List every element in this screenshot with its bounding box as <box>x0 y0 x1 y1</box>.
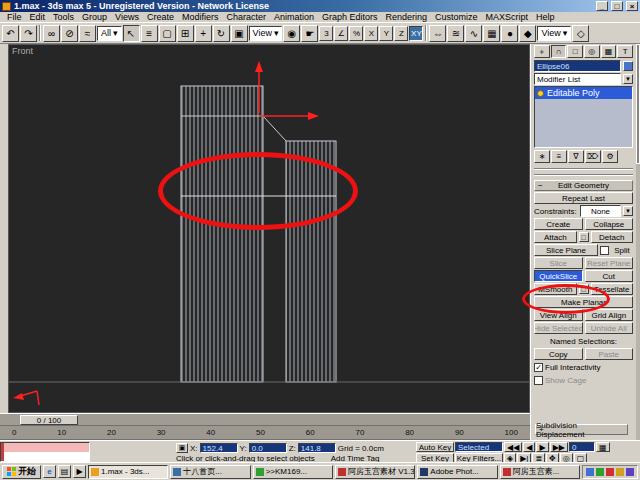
taskbar-item-3dsmax[interactable]: 1.max - 3ds... <box>88 465 168 479</box>
undo-icon[interactable]: ↶ <box>2 25 19 42</box>
minimize-button[interactable]: _ <box>596 1 608 11</box>
full-interactivity-checkbox[interactable]: ✓ <box>534 363 543 372</box>
object-name-field[interactable]: Ellipse06 <box>534 60 621 72</box>
curve-editor-icon[interactable]: ∿ <box>465 25 482 42</box>
tray-icon-1[interactable] <box>586 468 594 476</box>
unlink-icon[interactable]: ⊘ <box>61 25 78 42</box>
selection-set-dropdown[interactable]: Selected <box>455 442 503 452</box>
tray-icon-2[interactable] <box>596 468 604 476</box>
menu-customize[interactable]: Customize <box>431 12 482 22</box>
chevron-down-icon[interactable]: ▾ <box>623 206 633 216</box>
use-pivot-center-icon[interactable]: ◉ <box>283 25 300 42</box>
make-planar-button[interactable]: Make Planar <box>534 296 633 308</box>
scrollbar-thumb[interactable] <box>636 44 640 164</box>
render-scene-icon[interactable]: ◆ <box>519 25 536 42</box>
copy-button[interactable]: Copy <box>534 348 583 360</box>
bind-to-spacewarp-icon[interactable]: ≈ <box>79 25 96 42</box>
go-to-end-icon[interactable]: ▶▶ <box>550 442 568 452</box>
lock-selection-toggle[interactable]: ▣ <box>176 443 188 453</box>
menu-help[interactable]: Help <box>532 12 559 22</box>
cut-button[interactable]: Cut <box>585 270 634 282</box>
constraint-xy-button[interactable]: XY <box>409 26 423 41</box>
hide-selected-button[interactable]: Hide Selected <box>534 322 583 334</box>
select-and-rotate-icon[interactable]: ↻ <box>213 25 230 42</box>
tray-icon-3[interactable] <box>606 468 614 476</box>
time-slider-track[interactable]: 0 / 100 <box>0 413 530 426</box>
object-color-swatch[interactable] <box>623 61 633 71</box>
chevron-down-icon[interactable]: ▾ <box>623 74 633 84</box>
z-coordinate-field[interactable]: 141.8 <box>298 443 336 453</box>
menu-maxscript[interactable]: MAXScript <box>482 12 533 22</box>
modifier-stack[interactable]: Editable Poly <box>534 86 633 148</box>
slice-plane-button[interactable]: Slice Plane <box>534 244 598 256</box>
create-button[interactable]: Create <box>534 218 583 230</box>
subdivision-displacement-rollout-header[interactable]: + Subdivision Displacement <box>535 424 628 435</box>
select-object-icon[interactable]: ↖ <box>123 25 140 42</box>
quick-launch-ie-icon[interactable]: e <box>43 465 56 478</box>
listener-output-pane[interactable] <box>1 452 89 461</box>
grid-align-button[interactable]: Grid Align <box>585 309 634 321</box>
x-coordinate-field[interactable]: 152.4 <box>200 443 238 453</box>
go-to-start-icon[interactable]: ◀◀ <box>504 442 522 452</box>
track-bar[interactable]: 0 10 20 30 40 50 60 70 80 90 100 <box>0 426 530 440</box>
mirror-icon[interactable]: ⇔ <box>429 25 446 42</box>
taskbar-item-material-v13[interactable]: 阿房玉宫素材 V1.3... <box>335 465 415 479</box>
selection-filter-dropdown[interactable]: All▾ <box>97 26 122 41</box>
show-cage-checkbox[interactable] <box>534 376 543 385</box>
angle-snap-icon[interactable]: ∠ <box>334 26 348 41</box>
maximize-button[interactable]: □ <box>611 1 623 11</box>
motion-tab-icon[interactable]: ◎ <box>584 45 600 58</box>
view-align-button[interactable]: View Align <box>534 309 583 321</box>
material-editor-icon[interactable]: ● <box>501 25 518 42</box>
time-config-icon[interactable]: ▦ <box>596 442 610 452</box>
menu-tools[interactable]: Tools <box>49 12 78 22</box>
current-frame-field[interactable]: 0 <box>569 442 595 452</box>
configure-stack-icon[interactable]: ⚙ <box>602 150 618 163</box>
menu-modifiers[interactable]: Modifiers <box>178 12 223 22</box>
show-end-result-icon[interactable]: ≡ <box>551 150 567 163</box>
transform-gizmo[interactable] <box>255 61 319 120</box>
taskbar-item-photoshop[interactable]: Adobe Phot... <box>417 465 497 479</box>
quick-launch-desktop-icon[interactable]: ▤ <box>58 465 71 478</box>
utilities-tab-icon[interactable]: T <box>617 45 633 58</box>
play-icon[interactable]: ▶ <box>536 442 548 452</box>
menu-edit[interactable]: Edit <box>26 12 50 22</box>
select-and-scale-icon[interactable]: ▣ <box>231 25 248 42</box>
quickslice-button[interactable]: QuickSlice <box>534 270 583 282</box>
attach-button[interactable]: Attach <box>534 231 577 243</box>
select-by-name-icon[interactable]: ≡ <box>141 25 158 42</box>
taskbar-item-material2[interactable]: 阿房玉宫素... <box>500 465 580 479</box>
auto-key-button[interactable]: Auto Key <box>416 442 454 452</box>
render-type-dropdown[interactable]: View▾ <box>537 26 571 41</box>
modifier-list-dropdown[interactable]: Modifier List <box>534 73 621 85</box>
remove-modifier-icon[interactable]: ⌦ <box>585 150 601 163</box>
hierarchy-tab-icon[interactable]: □ <box>567 45 583 58</box>
y-coordinate-field[interactable]: 0.0 <box>249 443 287 453</box>
constraints-dropdown[interactable]: None <box>580 205 621 217</box>
front-viewport[interactable]: Front <box>8 44 530 413</box>
repeat-last-button[interactable]: Repeat Last <box>534 192 633 204</box>
tray-icon-4[interactable] <box>616 468 624 476</box>
select-and-move-icon[interactable]: + <box>195 25 212 42</box>
create-tab-icon[interactable]: ＋ <box>534 45 550 58</box>
display-tab-icon[interactable]: ▦ <box>601 45 617 58</box>
menu-graph-editors[interactable]: Graph Editors <box>318 12 382 22</box>
align-icon[interactable]: ≋ <box>447 25 464 42</box>
paste-button[interactable]: Paste <box>585 348 634 360</box>
previous-frame-icon[interactable]: ◀ <box>523 442 535 452</box>
quick-render-icon[interactable]: ◇ <box>572 25 589 42</box>
collapse-button[interactable]: Collapse <box>585 218 634 230</box>
stack-item-editable-poly[interactable]: Editable Poly <box>535 87 632 99</box>
edit-geometry-rollout-header[interactable]: − Edit Geometry <box>534 180 633 191</box>
select-and-link-icon[interactable]: ∞ <box>43 25 60 42</box>
pin-stack-icon[interactable]: ∗ <box>534 150 550 163</box>
percent-snap-icon[interactable]: % <box>349 26 363 41</box>
make-unique-icon[interactable]: ∇ <box>568 150 584 163</box>
menu-rendering[interactable]: Rendering <box>382 12 432 22</box>
maxscript-mini-listener[interactable] <box>0 442 90 462</box>
constraint-z-button[interactable]: Z <box>394 26 408 41</box>
taskbar-item-browser1[interactable]: 十八首页... <box>170 465 250 479</box>
crossing-select-icon[interactable]: ⊞ <box>177 25 194 42</box>
panel-scrollbar[interactable] <box>636 44 640 440</box>
constraint-y-button[interactable]: Y <box>379 26 393 41</box>
